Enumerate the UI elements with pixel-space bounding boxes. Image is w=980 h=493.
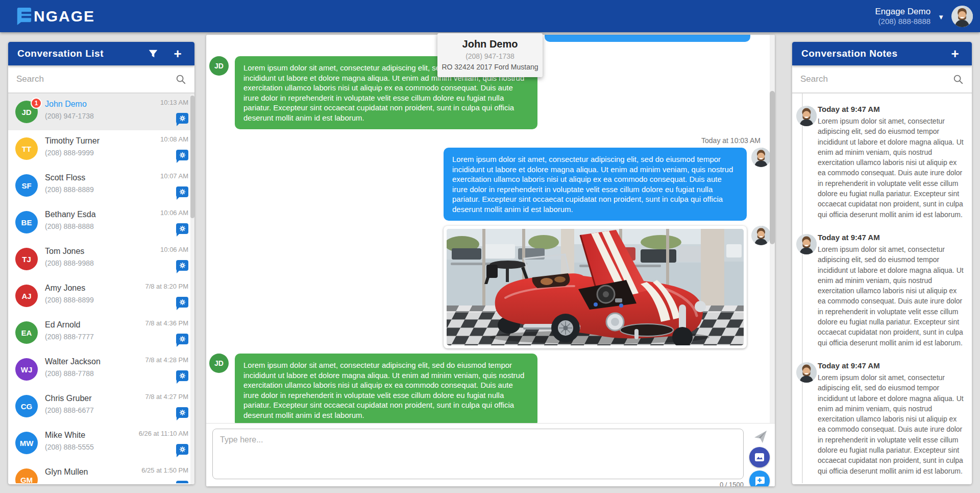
contact-phone: (208) 888-8889 <box>45 185 187 194</box>
conversation-settings-icon[interactable] <box>176 260 188 271</box>
contact-phone: (208) 888-9988 <box>45 259 187 267</box>
last-message-time: 6/26 at 11:10 AM <box>139 430 188 437</box>
contact-phone: (208) 888-8899 <box>45 296 187 304</box>
user-menu[interactable]: Engage Demo (208) 888-8888 ▼ <box>875 0 973 32</box>
attach-image-button[interactable] <box>749 447 770 467</box>
conversation-list-scrollbar[interactable] <box>190 95 194 484</box>
conversation-list-item[interactable]: EA Ed Arnold (208) 888-7777 7/8 at 4:36 … <box>8 314 194 351</box>
conversation-list-item[interactable]: MW Mike White (208) 888-5555 6/26 at 11:… <box>8 425 194 461</box>
logo-text: NGAGE <box>34 8 95 25</box>
note-text: Lorem ipsum dolor sit amet, consectetur … <box>818 116 966 220</box>
conversation-list-item[interactable]: TJ Tom Jones (208) 888-9988 10:06 AM <box>8 241 194 277</box>
conversation-list-item[interactable]: JD 1 John Demo (208) 947-1738 10:13 AM <box>8 93 194 130</box>
last-message-time: 10:06 AM <box>160 209 188 217</box>
avatar: EA <box>15 321 38 344</box>
conversation-list-item[interactable]: TT Timothy Turner (208) 888-9999 10:08 A… <box>8 130 194 167</box>
conversation-settings-icon[interactable] <box>176 370 188 381</box>
paper-plane-icon <box>752 429 769 445</box>
add-conversation-button[interactable]: + <box>170 46 185 61</box>
conversation-list-header: Conversation List + <box>8 42 194 65</box>
gear-icon <box>179 262 186 269</box>
conversation-settings-icon[interactable] <box>176 481 188 483</box>
filter-icon[interactable] <box>145 46 161 61</box>
message-bubble-partial <box>545 35 750 42</box>
avatar: JD 1 <box>15 101 38 123</box>
contact-card-repair-order: RO 32424 2017 Ford Mustang <box>442 63 538 71</box>
avatar-initials: BE <box>21 218 32 227</box>
last-message-time: 7/8 at 4:28 PM <box>145 356 188 364</box>
avatar-initials: EA <box>21 328 32 337</box>
note-timestamp: Today at 9:47 AM <box>818 233 966 242</box>
conversation-settings-icon[interactable] <box>176 334 188 344</box>
last-message-time: 7/8 at 4:27 PM <box>145 393 188 401</box>
message-template-button[interactable] <box>749 471 770 486</box>
sender-avatar: JD <box>209 354 229 373</box>
conversation-list-item[interactable]: GM Glyn Mullen 6/25 at 1:50 PM <box>8 461 194 483</box>
notes-search-input[interactable] <box>800 74 948 84</box>
avatar: GM <box>15 468 38 483</box>
conversation-notes-panel: Conversation Notes + Today at 9:47 AM Lo… <box>792 42 972 484</box>
agent-avatar <box>751 148 771 167</box>
last-message-time: 7/8 at 8:20 PM <box>145 283 188 290</box>
avatar: TJ <box>15 248 38 270</box>
message-input[interactable] <box>212 429 744 479</box>
note-timestamp: Today at 9:47 AM <box>818 361 966 370</box>
note-author-avatar <box>796 362 817 383</box>
avatar: WJ <box>15 358 38 381</box>
car-photo <box>447 229 744 345</box>
conversation-list: JD 1 John Demo (208) 947-1738 10:13 AM T… <box>8 93 194 483</box>
note-item: Today at 9:47 AM Lorem ipsum dolor sit a… <box>818 233 966 348</box>
chevron-down-icon[interactable]: ▼ <box>938 13 944 21</box>
timeline-line <box>802 93 803 483</box>
avatar: BE <box>15 211 38 233</box>
app-header: NGAGE Engage Demo (208) 888-8888 ▼ <box>0 0 980 32</box>
conversation-settings-icon[interactable] <box>176 150 188 160</box>
agent-avatar <box>751 226 771 245</box>
message-composer: 0 / 1500 <box>206 423 775 486</box>
conversation-list-item[interactable]: BE Bethany Esda (208) 888-8888 10:06 AM <box>8 204 194 241</box>
conversation-list-item[interactable]: CG Chris Gruber (208) 888-6677 7/8 at 4:… <box>8 388 194 425</box>
last-message-time: 6/25 at 1:50 PM <box>141 466 188 474</box>
notes-list: Today at 9:47 AM Lorem ipsum dolor sit a… <box>792 93 972 483</box>
avatar: SF <box>15 174 38 197</box>
gear-icon <box>179 188 186 196</box>
avatar-initials: CG <box>21 402 33 411</box>
contact-phone: (208) 888-7788 <box>45 369 187 378</box>
avatar-initials: TJ <box>22 255 31 264</box>
message-history: JD Lorem ipsum dolor sit amet, consectet… <box>206 35 775 423</box>
conversation-settings-icon[interactable] <box>176 113 188 124</box>
contact-phone: (208) 888-7777 <box>45 333 187 341</box>
conversation-list-panel: Conversation List + JD 1 John Demo (208)… <box>8 42 194 484</box>
avatar: AJ <box>15 285 38 307</box>
avatar: CG <box>15 395 38 417</box>
gear-icon <box>179 409 186 416</box>
message-incoming: JD Lorem ipsum dolor sit amet, consectet… <box>206 354 775 423</box>
message-image[interactable] <box>444 226 747 348</box>
conversation-list-item[interactable]: AJ Amy Jones (208) 888-8899 7/8 at 8:20 … <box>8 277 194 314</box>
note-text: Lorem ipsum dolor sit amet, consectetur … <box>818 244 966 348</box>
conversation-list-item[interactable]: WJ Walter Jackson (208) 888-7788 7/8 at … <box>8 351 194 388</box>
last-message-time: 10:08 AM <box>160 135 188 143</box>
conversation-settings-icon[interactable] <box>176 186 188 197</box>
contact-phone: (208) 888-8888 <box>45 222 187 230</box>
note-author-avatar <box>796 234 817 254</box>
conversation-settings-icon[interactable] <box>176 444 188 455</box>
conversation-search-input[interactable] <box>16 74 171 84</box>
conversation-settings-icon[interactable] <box>176 297 188 308</box>
avatar-initials: AJ <box>21 292 31 300</box>
avatar-initials: TT <box>22 145 31 153</box>
conversation-list-item[interactable]: SF Scott Floss (208) 888-8889 10:07 AM <box>8 167 194 204</box>
user-name: Engage Demo <box>875 6 930 17</box>
chat-scrollbar[interactable] <box>770 35 775 423</box>
user-phone: (208) 888-8888 <box>875 17 930 27</box>
notes-header: Conversation Notes + <box>792 42 972 65</box>
send-button[interactable] <box>752 429 769 445</box>
contact-card-name: John Demo <box>442 38 538 50</box>
gear-icon <box>179 445 186 453</box>
gear-icon <box>179 335 186 343</box>
conversation-settings-icon[interactable] <box>176 223 188 234</box>
conversation-settings-icon[interactable] <box>176 407 188 418</box>
add-note-button[interactable]: + <box>947 46 963 61</box>
contact-phone: (208) 888-5555 <box>45 443 187 451</box>
user-avatar[interactable] <box>951 6 973 27</box>
